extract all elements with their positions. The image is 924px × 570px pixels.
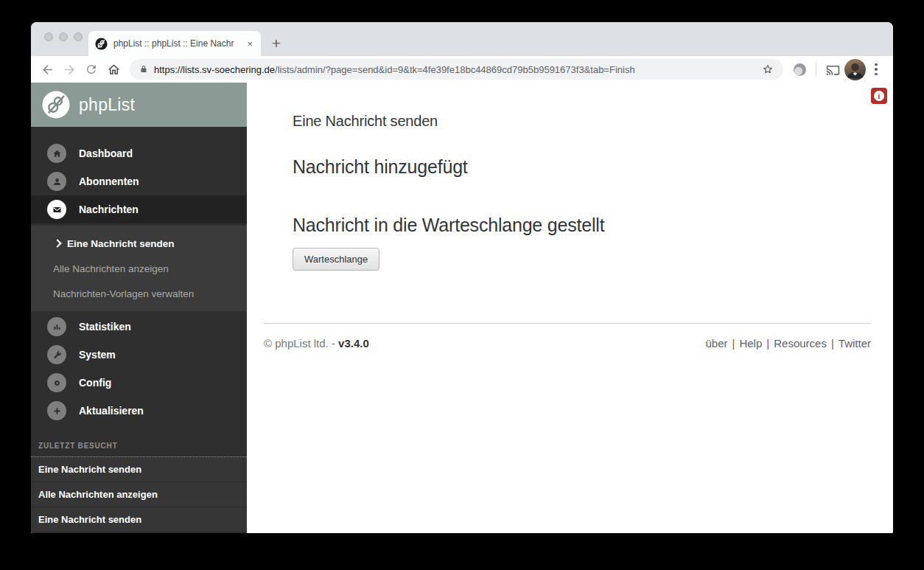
sidebar-item-system[interactable]: System <box>31 341 247 369</box>
system-wrench-icon <box>47 345 66 364</box>
recent-item-3[interactable]: Eine Nachricht senden <box>31 507 247 532</box>
bookmark-star-icon[interactable] <box>761 63 774 76</box>
sidebar-item-nachrichten[interactable]: Nachrichten <box>31 195 247 223</box>
messages-submenu: Eine Nachricht senden Alle Nachrichten a… <box>31 226 247 311</box>
lock-icon <box>139 64 149 74</box>
brand-name: phpList <box>79 95 135 115</box>
submenu-item-manage-templates[interactable]: Nachrichten-Vorlagen verwalten <box>31 281 247 306</box>
extension-button[interactable] <box>789 59 810 80</box>
recent-item-2[interactable]: Alle Nachrichten anzeigen <box>31 482 247 507</box>
info-icon: i <box>874 91 884 101</box>
sidebar-item-abonnenten[interactable]: Abonnenten <box>31 167 247 195</box>
copyright-text: © phpList ltd. - v3.4.0 <box>264 337 369 350</box>
footer-links: über | Help | Resources | Twitter <box>706 337 872 350</box>
page-title: Eine Nachricht senden <box>293 113 871 130</box>
url-host: https://lists.sv-soechering.de <box>154 64 275 75</box>
message-added-heading: Nachricht hinzugefügt <box>293 156 871 178</box>
home-icon <box>107 63 121 77</box>
copyright-label: © phpList ltd. - <box>264 337 335 350</box>
tab-title: phpList :: phpList :: Eine Nachr <box>113 38 239 49</box>
phplist-favicon-icon <box>95 38 108 50</box>
recent-item-label: Eine Nachricht senden <box>38 464 141 475</box>
footer-separator: | <box>831 337 834 350</box>
messages-envelope-icon <box>47 200 66 219</box>
submenu-item-label: Alle Nachrichten anzeigen <box>53 263 169 274</box>
nav-spacer <box>31 127 247 139</box>
main-inner: Eine Nachricht senden Nachricht hinzugef… <box>264 113 871 271</box>
profile-avatar <box>844 59 866 80</box>
forward-button[interactable] <box>59 59 80 80</box>
footer-divider <box>264 323 871 324</box>
close-window-button[interactable] <box>44 32 53 41</box>
extension-icon <box>794 63 806 76</box>
sidebar-item-label: Dashboard <box>79 147 133 159</box>
footer-separator: | <box>732 337 735 350</box>
footer: © phpList ltd. - v3.4.0 über | Help | Re… <box>264 337 871 350</box>
footer-separator: | <box>766 337 769 350</box>
back-button[interactable] <box>37 59 57 80</box>
reload-button[interactable] <box>81 59 102 80</box>
statistics-chart-icon <box>47 317 66 336</box>
config-gear-icon <box>47 373 66 392</box>
main-panel: i Eine Nachricht senden Nachricht hinzug… <box>247 83 893 533</box>
reload-icon <box>85 63 98 76</box>
url-path: /lists/admin/?page=send&id=9&tk=4fe39fe1… <box>275 64 635 75</box>
sidebar-item-label: Aktualisieren <box>79 405 144 417</box>
sidebar-item-label: Abonnenten <box>79 175 139 187</box>
info-button[interactable]: i <box>871 88 887 104</box>
recent-item-1[interactable]: Eine Nachricht senden <box>31 457 247 482</box>
back-arrow-icon <box>41 63 55 77</box>
sidebar-item-label: Statistiken <box>79 321 131 333</box>
browser-toolbar: https://lists.sv-soechering.de/lists/adm… <box>31 56 893 83</box>
footer-link-twitter[interactable]: Twitter <box>839 337 871 350</box>
sidebar-item-label: Nachrichten <box>79 204 139 215</box>
browser-tab[interactable]: phpList :: phpList :: Eine Nachr × <box>88 31 261 56</box>
submenu-item-send-message[interactable]: Eine Nachricht senden <box>31 231 247 256</box>
chevron-right-icon <box>53 239 61 247</box>
dashboard-home-icon <box>47 144 66 163</box>
toolbar-divider <box>816 63 816 76</box>
recent-item-label: Alle Nachrichten anzeigen <box>38 489 158 500</box>
address-bar[interactable]: https://lists.sv-soechering.de/lists/adm… <box>130 59 783 80</box>
home-button[interactable] <box>103 59 124 80</box>
phplist-logo-icon <box>42 91 70 119</box>
page-content: phpList Dashboard Abonnenten <box>31 83 893 533</box>
browser-window: phpList :: phpList :: Eine Nachr × + <box>31 22 893 533</box>
sidebar: phpList Dashboard Abonnenten <box>31 83 247 533</box>
minimize-window-button[interactable] <box>59 32 68 41</box>
footer-link-ueber[interactable]: über <box>706 337 728 350</box>
submenu-item-label: Nachrichten-Vorlagen verwalten <box>53 288 194 299</box>
sidebar-item-config[interactable]: Config <box>31 369 247 397</box>
update-plus-icon <box>47 401 66 420</box>
submenu-item-label: Eine Nachricht senden <box>67 238 175 249</box>
browser-menu-button[interactable] <box>867 60 886 79</box>
sidebar-item-statistiken[interactable]: Statistiken <box>31 313 247 341</box>
profile-button[interactable] <box>844 59 865 80</box>
tab-close-icon[interactable]: × <box>245 38 254 49</box>
person-photo-icon <box>844 59 866 80</box>
kebab-dot <box>875 73 878 76</box>
recently-visited-header: ZULETZT BESUCHT <box>31 442 247 457</box>
desktop-background: phpList :: phpList :: Eine Nachr × + <box>0 0 924 570</box>
url-text: https://lists.sv-soechering.de/lists/adm… <box>154 64 756 75</box>
sidebar-item-aktualisieren[interactable]: Aktualisieren <box>31 397 247 425</box>
kebab-dot <box>875 68 878 71</box>
cast-button[interactable] <box>822 59 843 80</box>
sidebar-item-label: Config <box>79 377 111 389</box>
kebab-dot <box>875 63 878 66</box>
cast-icon <box>826 63 840 77</box>
version-label: v3.4.0 <box>338 337 369 350</box>
sidebar-item-dashboard[interactable]: Dashboard <box>31 139 247 167</box>
subscriber-user-icon <box>47 172 66 191</box>
new-tab-button[interactable]: + <box>265 32 287 55</box>
forward-arrow-icon <box>63 63 77 77</box>
tab-strip: phpList :: phpList :: Eine Nachr × + <box>31 22 893 56</box>
submenu-item-all-messages[interactable]: Alle Nachrichten anzeigen <box>31 256 247 281</box>
queue-button[interactable]: Warteschlange <box>293 248 379 271</box>
zoom-window-button[interactable] <box>74 32 83 41</box>
phplist-brand[interactable]: phpList <box>31 83 247 127</box>
window-controls <box>44 32 83 41</box>
footer-link-resources[interactable]: Resources <box>774 337 827 350</box>
footer-link-help[interactable]: Help <box>739 337 762 350</box>
sidebar-item-label: System <box>79 349 116 361</box>
